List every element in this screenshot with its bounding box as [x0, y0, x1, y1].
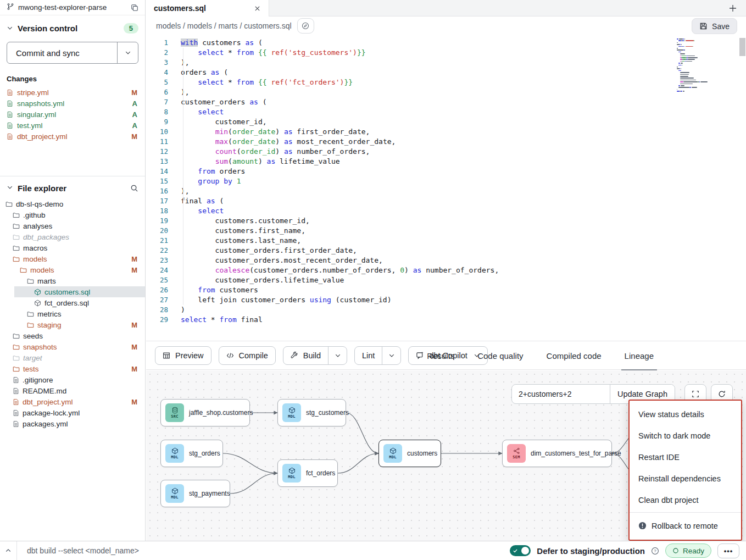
menu-item-switch-to-dark-mode[interactable]: Switch to dark mode	[630, 425, 741, 446]
file-tree-item-models[interactable]: modelsM	[0, 253, 145, 264]
file-tree-item-fct-orders-sql[interactable]: fct_orders.sql	[0, 297, 145, 308]
lineage-node-jaffle-shop-customers[interactable]: SRCjaffle_shop.customers	[160, 399, 250, 426]
chevron-down-icon[interactable]	[7, 24, 13, 34]
line-number: 26	[146, 285, 168, 295]
tab-code-quality[interactable]: Code quality	[477, 341, 523, 370]
menu-item-view-status-details[interactable]: View status details	[630, 403, 741, 425]
file-tree-item-analyses[interactable]: analyses	[0, 220, 145, 231]
lint-button[interactable]: Lint	[354, 346, 401, 365]
dropdown-chevron[interactable]	[382, 347, 400, 364]
file-name: metrics	[37, 310, 62, 318]
lineage-node-dim-customers-test-for-parse[interactable]: SEMdim_customers_test_for_parse	[502, 440, 612, 467]
tab-lineage[interactable]: Lineage	[625, 341, 654, 370]
model-cube-icon	[34, 289, 41, 296]
chevron-down-icon[interactable]	[7, 183, 13, 193]
file-tree-item-staging[interactable]: stagingM	[0, 319, 145, 330]
compile-button[interactable]: Compile	[219, 346, 276, 365]
exclamation-circle-icon	[638, 522, 647, 530]
menu-item-rollback-to-remote[interactable]: Rollback to remote	[630, 514, 741, 537]
menu-item-reinstall-dependencies[interactable]: Reinstall dependencies	[630, 468, 741, 489]
ready-status-badge[interactable]: Ready	[665, 544, 711, 558]
lineage-filter-input[interactable]	[512, 385, 610, 403]
change-status: M	[131, 88, 137, 97]
editor-scrollbar[interactable]	[739, 38, 745, 56]
code-line: 7customer_orders as (	[146, 97, 746, 107]
minimap[interactable]	[677, 38, 710, 99]
lineage-node-stg-orders[interactable]: MDLstg_orders	[160, 440, 223, 467]
code-line: 19 customers.customer_id,	[146, 216, 746, 226]
change-item[interactable]: test.ymlA	[0, 120, 145, 131]
commit-and-sync-button[interactable]: Commit and sync	[7, 42, 138, 64]
node-label: dim_customers_test_for_parse	[531, 450, 625, 457]
menu-item-restart-ide[interactable]: Restart IDE	[630, 446, 741, 468]
menu-item-clean-dbt-project[interactable]: Clean dbt project	[630, 489, 741, 511]
file-name: README.md	[23, 387, 66, 395]
code-line: 10 min(order_date) as first_order_date,	[146, 127, 746, 137]
file-tree-item-metrics[interactable]: metrics	[0, 308, 145, 319]
line-number: 21	[146, 236, 168, 246]
file-tree-item-db-sl-qs-demo[interactable]: db-sl-qs-demo	[0, 198, 145, 209]
locate-in-tree-button[interactable]	[297, 18, 314, 34]
file-tree-item-marts[interactable]: marts	[0, 275, 145, 286]
change-item[interactable]: singular.ymlA	[0, 109, 145, 120]
tab-customers-sql[interactable]: customers.sql	[146, 0, 269, 16]
folder-icon	[13, 365, 20, 373]
lineage-node-customers[interactable]: MDLcustomers	[378, 440, 441, 467]
save-button[interactable]: Save	[692, 18, 737, 34]
code-line: 23 customer_orders.most_recent_order_dat…	[146, 256, 746, 265]
file-tree-item-macros[interactable]: macros	[0, 242, 145, 253]
file-name: snapshots	[23, 343, 57, 351]
code-line: 8 select	[146, 107, 746, 117]
node-label: stg_payments	[189, 490, 233, 497]
file-tree-item-target[interactable]: target	[0, 352, 145, 363]
table-icon	[163, 352, 170, 359]
file-name: models	[30, 266, 54, 274]
command-input-placeholder[interactable]: dbt build --select <model_name>	[27, 546, 139, 555]
code-line: 16),	[146, 186, 746, 196]
file-tree-item-customers-sql[interactable]: customers.sql	[14, 286, 145, 297]
file-tree-item-models[interactable]: modelsM	[0, 264, 145, 275]
file-tree-item-readme-md[interactable]: README.md	[0, 385, 145, 396]
change-status: A	[132, 121, 137, 130]
file-tree-item-packages-yml[interactable]: packages.yml	[0, 418, 145, 429]
new-tab-button[interactable]	[728, 4, 737, 13]
file-tree-item-snapshots[interactable]: snapshotsM	[0, 341, 145, 352]
defer-toggle[interactable]	[510, 545, 531, 556]
file-tree-item--github[interactable]: .github	[0, 209, 145, 220]
code-editor[interactable]: 1with customers as (2 select * from {{ r…	[146, 35, 746, 341]
search-icon[interactable]	[130, 184, 138, 192]
lineage-node-fct-orders[interactable]: MDLfct_orders	[277, 459, 338, 487]
file-tree-item-tests[interactable]: testsM	[0, 363, 145, 374]
file-icon	[13, 376, 19, 384]
line-number: 4	[146, 68, 168, 77]
line-number: 25	[146, 275, 168, 285]
file-tree-item-dbt-packages[interactable]: dbt_packages	[0, 231, 145, 242]
file-tree-item-dbt-project-yml[interactable]: dbt_project.ymlM	[0, 396, 145, 407]
dropdown-chevron[interactable]	[328, 347, 347, 364]
build-button[interactable]: Build	[283, 346, 347, 365]
file-tree-item-package-lock-yml[interactable]: package-lock.yml	[0, 407, 145, 418]
change-item[interactable]: snapshots.ymlA	[0, 98, 145, 109]
code-line: 20 customers.first_name,	[146, 226, 746, 236]
lineage-node-stg-customers[interactable]: MDLstg_customers	[277, 399, 346, 426]
file-tree-item--gitignore[interactable]: .gitignore	[0, 374, 145, 385]
code-line: 2 select * from {{ ref('stg_customers')}…	[146, 48, 746, 58]
help-icon[interactable]: ?	[651, 547, 659, 555]
file-name: .github	[23, 211, 46, 219]
expand-command-bar-button[interactable]	[0, 547, 16, 554]
file-tree-item-seeds[interactable]: seeds	[0, 330, 145, 341]
change-item[interactable]: dbt_project.ymlM	[0, 131, 145, 142]
file-name: analyses	[23, 222, 52, 230]
tab-compiled-code[interactable]: Compiled code	[547, 341, 602, 370]
code-line: 21 customers.last_name,	[146, 236, 746, 246]
folder-icon	[27, 278, 34, 285]
copy-icon[interactable]	[131, 4, 138, 12]
lineage-node-stg-payments[interactable]: MDLstg_payments	[160, 480, 230, 507]
preview-button[interactable]: Preview	[155, 346, 211, 365]
file-status: M	[131, 266, 141, 274]
change-item[interactable]: stripe.ymlM	[0, 87, 145, 98]
more-options-button[interactable]: •••	[717, 544, 739, 558]
commit-dropdown-chevron[interactable]	[117, 42, 138, 63]
close-icon[interactable]	[254, 5, 261, 12]
tab-results[interactable]: Results	[427, 341, 454, 370]
